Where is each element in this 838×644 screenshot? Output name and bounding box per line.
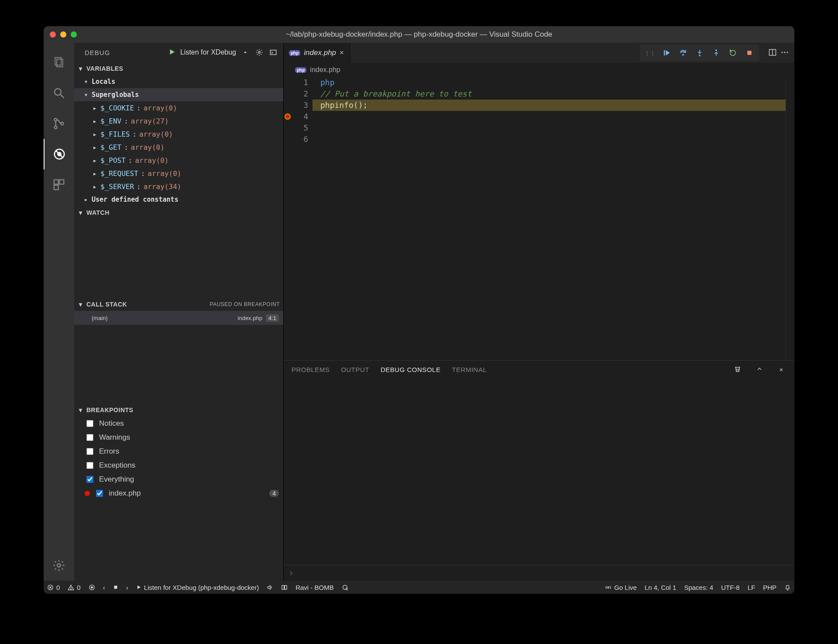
debug-console-toggle-icon[interactable]: [268, 48, 278, 56]
status-debug-target[interactable]: [89, 584, 95, 591]
breakpoint-checkbox[interactable]: [96, 490, 103, 497]
breakpoint-checkbox[interactable]: [86, 448, 93, 455]
debug-step-into-button[interactable]: [692, 46, 707, 59]
debug-step-out-button[interactable]: [709, 46, 724, 59]
variable-row[interactable]: ▸$_POST: array(0): [74, 154, 283, 167]
breakpoint-category-row[interactable]: Everything: [74, 472, 283, 486]
status-sync-icon[interactable]: [342, 584, 348, 591]
debug-start-button[interactable]: [168, 48, 176, 57]
breakpoint-glyph-icon[interactable]: [285, 114, 291, 120]
watch-header[interactable]: ▾ WATCH: [74, 206, 283, 219]
debug-stop-button[interactable]: [742, 46, 757, 59]
breakpoint-dot-icon: [85, 491, 90, 496]
variables-scope[interactable]: ▾Superglobals: [74, 88, 283, 101]
more-actions-icon[interactable]: [780, 48, 789, 58]
breadcrumb-bar[interactable]: php index.php: [284, 63, 794, 77]
status-now-playing[interactable]: Ravi - BOMB: [295, 584, 334, 591]
callstack-frame[interactable]: {main}index.php4:1: [74, 311, 283, 325]
status-mute-icon[interactable]: [267, 584, 273, 591]
breakpoint-category-row[interactable]: Notices: [74, 417, 283, 430]
variables-header[interactable]: ▾ VARIABLES: [74, 62, 283, 75]
status-next-icon[interactable]: ›: [126, 584, 128, 591]
activity-debug[interactable]: [44, 139, 74, 169]
status-errors[interactable]: 0: [47, 584, 60, 591]
activity-search[interactable]: [44, 78, 74, 108]
status-launch-config[interactable]: Listen for XDebug (php-xdebug-docker): [136, 584, 259, 591]
activity-extensions[interactable]: [44, 169, 74, 200]
variable-row[interactable]: ▸$_SERVER: array(34): [74, 180, 283, 193]
svg-point-23: [782, 52, 783, 53]
code-line[interactable]: php: [313, 77, 786, 88]
variable-row[interactable]: ▸$_ENV: array(27): [74, 114, 283, 127]
status-encoding[interactable]: UTF-8: [721, 584, 740, 591]
svg-point-27: [71, 589, 71, 589]
variable-row[interactable]: ▸$_COOKIE: array(0): [74, 101, 283, 114]
breakpoints-list: NoticesWarningsErrorsExceptionsEverythin…: [74, 417, 283, 500]
window-minimize-button[interactable]: [60, 31, 66, 38]
code-editor[interactable]: 123456 php// Put a breakpoint here to te…: [284, 77, 794, 360]
panel-clear-icon[interactable]: [732, 365, 743, 374]
callstack-section: ▾ CALL STACK PAUSED ON BREAKPOINT {main}…: [74, 298, 283, 403]
variables-scope[interactable]: ▾Locals: [74, 75, 283, 88]
breakpoint-category-row[interactable]: Warnings: [74, 430, 283, 444]
php-badge-icon: php: [295, 67, 306, 73]
panel-collapse-icon[interactable]: [754, 365, 765, 374]
panel-close-icon[interactable]: ×: [776, 366, 786, 373]
callstack-header[interactable]: ▾ CALL STACK PAUSED ON BREAKPOINT: [74, 298, 283, 311]
panel-tab[interactable]: OUTPUT: [341, 366, 369, 373]
debug-restart-button[interactable]: [725, 46, 740, 59]
breakpoints-title: BREAKPOINTS: [86, 406, 133, 413]
variables-scope[interactable]: ▸User defined constants: [74, 193, 283, 206]
svg-point-2: [55, 89, 61, 95]
tab-close-icon[interactable]: ×: [340, 48, 344, 57]
debug-config-name[interactable]: Listen for XDebug: [180, 48, 236, 56]
activity-scm[interactable]: [44, 108, 74, 139]
panel-tab[interactable]: PROBLEMS: [292, 366, 330, 373]
minimap[interactable]: [786, 77, 794, 360]
chevron-down-icon: ▾: [78, 406, 84, 413]
line-number: 5: [293, 122, 308, 134]
debug-settings-icon[interactable]: [254, 48, 264, 56]
debug-toolbar-grip-icon[interactable]: ⋮⋮: [642, 46, 657, 59]
breakpoints-header[interactable]: ▾ BREAKPOINTS: [74, 403, 283, 417]
debug-step-over-button[interactable]: [676, 46, 690, 59]
status-bell-icon[interactable]: [784, 584, 791, 591]
status-eol[interactable]: LF: [748, 584, 756, 591]
code-line[interactable]: // Put a breakpoint here to test: [313, 88, 786, 100]
status-warnings[interactable]: 0: [68, 584, 80, 591]
status-stop-mini-icon[interactable]: [113, 585, 118, 590]
variable-row[interactable]: ▸$_REQUEST: array(0): [74, 167, 283, 180]
breakpoint-category-row[interactable]: Exceptions: [74, 458, 283, 472]
debug-continue-button[interactable]: [659, 46, 674, 59]
status-cursor[interactable]: Ln 4, Col 1: [645, 584, 677, 591]
status-prev-icon[interactable]: ‹: [103, 584, 105, 591]
status-lang[interactable]: PHP: [763, 584, 776, 591]
debug-header: DEBUG Listen for XDebug: [74, 43, 283, 62]
breakpoint-checkbox[interactable]: [86, 476, 93, 483]
breakpoint-file-row[interactable]: index.php4: [74, 486, 283, 500]
status-reader-icon[interactable]: [281, 584, 288, 591]
breakpoint-category-row[interactable]: Errors: [74, 444, 283, 458]
window-close-button[interactable]: [50, 31, 56, 38]
split-editor-icon[interactable]: [768, 48, 777, 58]
activity-bar: [44, 43, 74, 581]
breakpoint-checkbox[interactable]: [86, 420, 93, 427]
activity-explorer[interactable]: [44, 47, 74, 78]
breakpoint-checkbox[interactable]: [86, 434, 93, 441]
panel-tab[interactable]: TERMINAL: [452, 366, 487, 373]
variable-row[interactable]: ▸$_GET: array(0): [74, 141, 283, 154]
debug-console-input[interactable]: [284, 565, 794, 581]
svg-point-17: [683, 54, 683, 55]
panel-tab[interactable]: DEBUG CONSOLE: [381, 366, 440, 373]
debug-console-body: [284, 378, 794, 565]
breakpoint-checkbox[interactable]: [86, 462, 93, 469]
editor-tab-indexphp[interactable]: php index.php ×: [284, 43, 350, 63]
activity-settings[interactable]: [44, 550, 74, 581]
svg-line-3: [61, 95, 64, 98]
status-spaces[interactable]: Spaces: 4: [684, 584, 713, 591]
code-line[interactable]: phpinfo();: [313, 100, 786, 111]
status-go-live[interactable]: Go Live: [605, 584, 637, 591]
variable-row[interactable]: ▸$_FILES: array(0): [74, 127, 283, 141]
debug-config-dropdown-icon[interactable]: [240, 49, 250, 55]
window-maximize-button[interactable]: [71, 31, 77, 38]
